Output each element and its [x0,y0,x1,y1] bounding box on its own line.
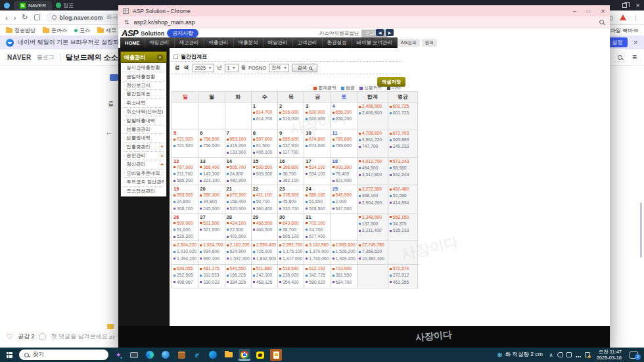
blog-logo[interactable]: 블로그 [37,53,55,62]
nav-quick-button[interactable]: 원격 [422,39,437,47]
sidebar-item[interactable]: ·입출금관리+ [124,143,164,152]
tray-network-icon[interactable] [576,352,581,357]
back-icon[interactable]: ‹ [5,14,8,22]
weather-widget[interactable]: ❄ 화 적설량 2 cm [497,351,543,359]
sidebar-item[interactable]: ·실시간매출현황 [124,64,164,72]
tab-store[interactable]: 점포 [56,2,74,9]
asp-title-bar[interactable]: ASP Solution - Chrome – □ ✕ [118,5,610,16]
internet-explorer-icon[interactable]: e [191,349,203,361]
tab-naver[interactable]: N NAVER [14,1,52,10]
sidebar-item[interactable]: ·취소내역 [124,99,164,108]
close-window-icon[interactable]: ✕ [635,3,640,9]
tab-switch-icon[interactable]: ⇅ [124,19,129,26]
sidebar-item[interactable]: ·일별매출내역 [124,116,164,125]
sidebar-item[interactable]: ·정산관리+ [124,160,164,169]
expand-plus-icon[interactable]: + [160,162,164,168]
nav-item-6[interactable]: 고객관리 [293,37,323,48]
page-scrollbar[interactable] [640,202,642,258]
blog-menu-icon[interactable]: ≡ [632,53,637,61]
chevron-down-icon[interactable]: ▼ [157,55,163,60]
nav-quick-button[interactable]: A/S문의 [398,39,419,47]
sidebar-item[interactable]: ·월간집계표 [124,90,164,99]
app-brown-icon[interactable] [175,349,187,361]
comment-icon[interactable] [39,333,46,340]
bookmark-item[interactable]: 돈까스 [43,27,67,34]
nav-item-3[interactable]: 매출관리 [204,37,234,48]
reload-icon[interactable]: ↻ [22,13,28,22]
chrome-icon[interactable] [239,349,250,361]
notice-button[interactable]: 공지사항 [167,29,198,37]
taskbar-search[interactable]: 찾기 [19,350,108,360]
calendar-cell: 10674,600674,600 [304,129,331,158]
app-blue-icon[interactable] [160,349,172,361]
edge-icon[interactable] [144,349,156,361]
naver-logo[interactable]: NAVER [7,54,32,61]
sidebar-item-label: 실시간매출현황 [126,64,160,71]
tray-volume-icon[interactable] [585,352,590,357]
sidebar-item[interactable]: ·모바일주문내역 [124,170,164,178]
sidebar-item[interactable]: ·정산보고서 [124,81,164,90]
nav-item-8[interactable]: 테이블 오더관리 [352,37,398,48]
sidebar-header[interactable]: 매출관리 ▼ [120,51,167,63]
sidebar-item[interactable]: ·취소내역(신버전) [124,108,164,116]
copilot-icon[interactable]: ✦✦ [112,349,124,361]
posno-select[interactable]: 전체▼ [269,64,289,72]
like-count[interactable]: 공감 2 [18,332,35,341]
sidebar-item[interactable]: ·선불권관리 [124,125,164,134]
bookmark-item[interactable]: 포스 [74,27,90,34]
nav-item-4[interactable]: 매출분석 [234,37,264,48]
nav-item-7[interactable]: 환경설정 [323,37,352,48]
menu-dots-icon[interactable]: ⋮ [633,14,639,21]
warning-icon[interactable] [620,14,626,20]
like-heart-icon[interactable]: ♡ [7,332,13,341]
back-arrow-icon[interactable]: ← [105,127,113,137]
bookmark-item[interactable]: 정승밥상 [6,27,35,34]
hidden-icons-chevron[interactable]: ∧ [549,352,553,358]
restore-window-icon[interactable] [622,3,627,8]
asp-maximize-icon[interactable]: □ [587,8,590,14]
sidebar-item[interactable]: ·푸드코트 정산관리+ [124,178,164,187]
newtab-icon[interactable] [34,14,40,20]
nav-item-5[interactable]: 배달관리 [264,37,293,48]
whale-browser-icon[interactable] [207,349,219,361]
nav-item-1[interactable]: 매입관리 [145,37,175,48]
sidebar-item[interactable]: ·승인관리+ [124,152,164,160]
notification-center-icon[interactable]: 2 [630,351,638,359]
kakaotalk-icon[interactable] [254,349,266,361]
amount-value: 34,800 [203,198,217,205]
blog-search-icon[interactable] [618,55,622,60]
tray-display-icon[interactable] [566,352,572,357]
comment-prompt[interactable]: 첫 댓글을 남겨보세요 [51,332,107,341]
taskbar-clock[interactable]: 오전 11:47 2025-03-16 [597,349,622,361]
prev-arrow-button[interactable]: ◀ [376,29,384,36]
amount-value: 52,586 [393,192,407,199]
tray-person-icon[interactable] [557,352,563,357]
twitter-tab-icon[interactable] [4,3,10,9]
sidebar-item[interactable]: ·포스액션관리 [124,187,164,195]
nav-item-2[interactable]: 재고관리 [175,37,204,48]
amount-line: 61,500 [253,143,276,149]
expand-plus-icon[interactable]: + [160,144,164,150]
report-checkbox[interactable] [173,55,178,59]
file-explorer-icon[interactable] [223,349,235,361]
blog-category-badge[interactable] [110,74,118,81]
sidebar-item[interactable]: ·금일매출현황 [124,72,164,81]
asp-minimize-icon[interactable]: – [573,8,576,14]
zoom-icon[interactable] [599,20,604,24]
hancom-doc-icon[interactable] [270,349,282,361]
asp-close-icon[interactable]: ✕ [601,8,605,14]
nav-item-home[interactable]: HOME [120,37,145,48]
next-arrow-button[interactable]: ▶ [386,29,394,36]
expand-plus-icon[interactable]: + [160,153,164,159]
search-button[interactable]: 검색 [292,64,317,72]
asp-url-bar[interactable]: ⇅ asp2.kr/shop_main.asp [118,16,610,28]
year-select[interactable]: 2025▼ [193,64,214,72]
notice-close-icon[interactable]: ✕ [633,39,638,46]
bookmark-item[interactable]: 세무 [97,27,116,34]
forward-icon[interactable]: › [14,14,16,22]
sidebar-item[interactable]: ·선불권내역 [124,134,164,143]
task-view-icon[interactable] [128,349,140,361]
start-button[interactable] [3,349,15,361]
amount-value: 502,543 [393,171,409,178]
month-select[interactable]: 1▼ [225,64,239,72]
